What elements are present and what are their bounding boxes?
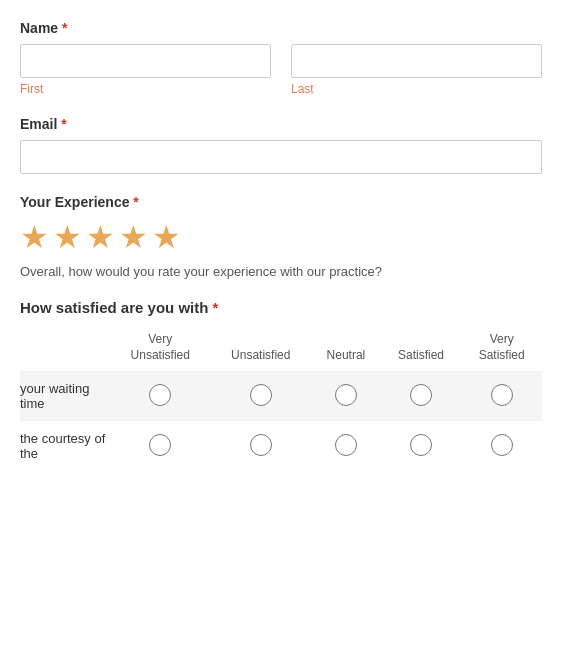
satisfaction-header-row: VeryUnsatisfied Unsatisfied Neutral Sati… (20, 328, 542, 371)
radio-courtesy-very-satisfied-input[interactable] (491, 434, 513, 456)
row-label-waiting: your waiting time (20, 371, 110, 421)
first-name-group: First (20, 44, 271, 96)
first-name-sublabel: First (20, 82, 271, 96)
col-header-very-satisfied: VerySatisfied (461, 328, 542, 371)
experience-hint: Overall, how would you rate your experie… (20, 264, 542, 279)
last-name-sublabel: Last (291, 82, 542, 96)
col-header-satisfied: Satisfied (381, 328, 462, 371)
radio-courtesy-neutral-input[interactable] (335, 434, 357, 456)
name-required-marker: * (62, 20, 67, 36)
radio-courtesy-satisfied-input[interactable] (410, 434, 432, 456)
radio-waiting-very-satisfied[interactable] (461, 371, 542, 421)
experience-label: Your Experience * (20, 194, 542, 210)
row-label-courtesy: the courtesy of the (20, 421, 110, 471)
satisfaction-section: How satisfied are you with * VeryUnsatis… (20, 299, 542, 471)
last-name-input[interactable] (291, 44, 542, 78)
satisfaction-row-courtesy: the courtesy of the (20, 421, 542, 471)
radio-waiting-very-unsatisfied[interactable] (110, 371, 211, 421)
radio-waiting-satisfied[interactable] (381, 371, 462, 421)
col-header-neutral: Neutral (311, 328, 381, 371)
radio-waiting-satisfied-input[interactable] (410, 384, 432, 406)
radio-courtesy-neutral[interactable] (311, 421, 381, 471)
radio-waiting-unsatisfied-input[interactable] (250, 384, 272, 406)
col-header-empty (20, 328, 110, 371)
name-row: First Last (20, 44, 542, 96)
experience-section: Your Experience * ★ ★ ★ ★ ★ Overall, how… (20, 194, 542, 279)
radio-waiting-very-satisfied-input[interactable] (491, 384, 513, 406)
star-rating[interactable]: ★ ★ ★ ★ ★ (20, 218, 542, 256)
satisfaction-table: VeryUnsatisfied Unsatisfied Neutral Sati… (20, 328, 542, 471)
satisfaction-title: How satisfied are you with * (20, 299, 542, 316)
star-4[interactable]: ★ (119, 218, 148, 256)
email-section: Email * (20, 116, 542, 174)
experience-required-marker: * (133, 194, 138, 210)
last-name-group: Last (291, 44, 542, 96)
name-section: Name * First Last (20, 20, 542, 96)
col-header-unsatisfied: Unsatisfied (211, 328, 312, 371)
star-3[interactable]: ★ (86, 218, 115, 256)
satisfaction-required-marker: * (213, 299, 219, 316)
star-1[interactable]: ★ (20, 218, 49, 256)
name-label: Name * (20, 20, 542, 36)
star-2[interactable]: ★ (53, 218, 82, 256)
radio-courtesy-very-satisfied[interactable] (461, 421, 542, 471)
radio-waiting-unsatisfied[interactable] (211, 371, 312, 421)
radio-waiting-neutral-input[interactable] (335, 384, 357, 406)
radio-courtesy-unsatisfied[interactable] (211, 421, 312, 471)
satisfaction-row-waiting: your waiting time (20, 371, 542, 421)
col-header-very-unsatisfied: VeryUnsatisfied (110, 328, 211, 371)
radio-courtesy-very-unsatisfied-input[interactable] (149, 434, 171, 456)
star-5[interactable]: ★ (152, 218, 181, 256)
radio-courtesy-very-unsatisfied[interactable] (110, 421, 211, 471)
email-required-marker: * (61, 116, 66, 132)
first-name-input[interactable] (20, 44, 271, 78)
radio-waiting-very-unsatisfied-input[interactable] (149, 384, 171, 406)
email-input[interactable] (20, 140, 542, 174)
email-label: Email * (20, 116, 542, 132)
radio-courtesy-unsatisfied-input[interactable] (250, 434, 272, 456)
radio-waiting-neutral[interactable] (311, 371, 381, 421)
radio-courtesy-satisfied[interactable] (381, 421, 462, 471)
